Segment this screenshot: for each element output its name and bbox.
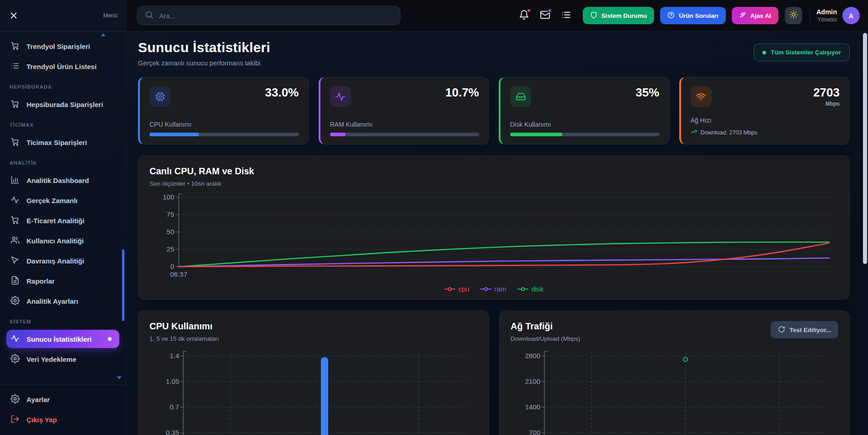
search-input[interactable] — [159, 12, 393, 20]
legend-item-cpu[interactable]: cpu — [444, 285, 469, 293]
svg-text:2100: 2100 — [525, 377, 540, 385]
legend-item-ram[interactable]: ram — [480, 285, 506, 293]
legend-label: cpu — [458, 285, 469, 293]
sidebar-item-analitik-ayarlar[interactable]: Analitik Ayarları — [6, 292, 119, 310]
stat-value-block: 35% — [635, 86, 659, 99]
stat-card-top: 10.7% — [330, 86, 479, 107]
r-n-sorular-button[interactable]: Ürün Soruları — [660, 7, 725, 24]
search-icon — [145, 11, 154, 21]
close-icon[interactable] — [5, 7, 22, 24]
sidebar-item-veri-yedekleme[interactable]: Veri Yedekleme — [6, 350, 119, 368]
network-panel-header: Ağ Trafiği Download/Upload (Mbps) Test E… — [511, 321, 838, 342]
sidebar-item-e-ticaret-analiti-i[interactable]: E-Ticaret Analitiği — [6, 211, 119, 230]
stat-unit: Mbps — [813, 101, 840, 107]
avatar[interactable]: A — [842, 7, 860, 24]
legend-item-disk[interactable]: disk — [517, 285, 544, 293]
speed-test-button[interactable]: Test Ediliyor... — [771, 321, 838, 338]
svg-text:50: 50 — [166, 228, 174, 236]
sidebar-item-label: E-Ticaret Analitiği — [27, 217, 85, 225]
sidebar-item-label: Analitik Ayarları — [27, 297, 78, 305]
users-icon — [11, 236, 20, 246]
activity-icon — [11, 195, 20, 206]
sidebar-item-analitik-dashboard[interactable]: Analitik Dashboard — [6, 171, 119, 189]
sidebar: Menü Trendyol SiparişleriTrendyol Ürün L… — [0, 0, 126, 435]
stat-card-a-h-z: 2703MbpsAğ HızıDownload: 2703 Mbps — [679, 77, 850, 145]
main-column: Sistem DurumuÜrün SorularıAjax AI Admin … — [126, 0, 868, 435]
sidebar-scroll-up-icon[interactable] — [101, 33, 106, 36]
list-button[interactable] — [558, 7, 575, 24]
stat-value: 2703 — [813, 86, 840, 99]
sidebar-item-label: Çıkış Yap — [27, 416, 57, 424]
page-title: Sunucu İstatistikleri — [138, 40, 270, 55]
sidebar-item-label: Hepsiburada Siparişleri — [27, 101, 103, 108]
main-scrollbar-thumb[interactable] — [863, 33, 867, 264]
stat-value: 10.7% — [445, 86, 479, 99]
sidebar-item-label: Trendyol Ürün Listesi — [27, 63, 96, 70]
network-scatter-chart: 2800210014007000 — [511, 348, 838, 435]
activity-icon — [11, 334, 20, 344]
list-icon — [11, 61, 20, 72]
mouse-pointer-icon — [11, 256, 20, 266]
stat-card-disk-kullan-m: 35%Disk Kullanımı — [499, 77, 670, 145]
wifi-icon — [691, 86, 712, 107]
network-panel: Ağ Trafiği Download/Upload (Mbps) Test E… — [499, 311, 850, 435]
theme-toggle-button[interactable] — [785, 7, 802, 24]
button-label: Sistem Durumu — [602, 12, 647, 19]
svg-text:0.35: 0.35 — [166, 429, 179, 435]
sidebar-item-hepsiburada-sipari-leri[interactable]: Hepsiburada Siparişleri — [6, 95, 119, 113]
gear-icon — [11, 394, 20, 405]
bell-button[interactable] — [516, 7, 533, 24]
app-root: Menü Trendyol SiparişleriTrendyol Ürün L… — [0, 0, 868, 435]
mail-button[interactable] — [537, 7, 554, 24]
sidebar-item-ger-ek-zamanl[interactable]: Gerçek Zamanlı — [6, 191, 119, 209]
stat-value-block: 10.7% — [445, 86, 479, 99]
content: Sunucu İstatistikleri Gerçek zamanlı sun… — [126, 32, 868, 435]
live-chart-legend: cpuramdisk — [149, 285, 838, 293]
sidebar-item-davran-analiti-i[interactable]: Davranış Analitiği — [6, 252, 119, 270]
stat-card-top: 2703Mbps — [691, 86, 840, 107]
stat-progress-track — [510, 133, 660, 136]
svg-text:1.4: 1.4 — [170, 352, 179, 360]
sidebar-section-si-stem: SİSTEM — [10, 319, 119, 324]
live-chart-title: Canlı CPU, RAM ve Disk — [149, 166, 838, 177]
stat-card-top: 33.0% — [149, 86, 299, 107]
sidebar-item-ticimax-sipari-leri[interactable]: Ticimax Siparişleri — [6, 133, 119, 151]
legend-marker-icon — [517, 286, 528, 292]
activity-icon — [330, 86, 351, 107]
stat-subtext-label: Download: 2703 Mbps — [701, 129, 757, 136]
sidebar-scroll-down-icon[interactable] — [117, 376, 122, 379]
speed-test-button-label: Test Ediliyor... — [789, 327, 831, 333]
sistem-durumu-button[interactable]: Sistem Durumu — [583, 7, 655, 24]
sun-icon — [789, 10, 798, 21]
sidebar-item-ayarlar[interactable]: Ayarlar — [6, 390, 119, 408]
search-box — [137, 6, 400, 25]
stat-label: Ağ Hızı — [691, 117, 840, 124]
sidebar-scrollbar-thumb[interactable] — [122, 249, 124, 321]
sidebar-item-kullan-c-analiti-i[interactable]: Kullanıcı Analitiği — [6, 231, 119, 250]
legend-marker-icon — [444, 286, 455, 292]
stat-label: Disk Kullanımı — [510, 121, 660, 128]
sidebar-item-k-yap[interactable]: Çıkış Yap — [6, 410, 119, 429]
ajax-ai-button[interactable]: Ajax AI — [732, 7, 778, 24]
sidebar-item-trendyol-r-n-listesi[interactable]: Trendyol Ürün Listesi — [6, 57, 119, 75]
status-badge-label: Tüm Sistemler Çalışıyor — [771, 49, 841, 56]
sidebar-item-sunucu-i-statistikleri[interactable]: Sunucu İstatistikleri — [6, 330, 119, 348]
sidebar-item-raporlar[interactable]: Raporlar — [6, 272, 119, 290]
trending-up-icon — [691, 129, 697, 136]
stat-value: 33.0% — [265, 86, 299, 99]
sidebar-nav: Trendyol SiparişleriTrendyol Ürün Listes… — [0, 32, 126, 384]
svg-text:0.7: 0.7 — [170, 403, 179, 411]
list-icon — [561, 10, 571, 22]
sidebar-item-label: Sunucu İstatistikleri — [27, 335, 92, 343]
svg-text:25: 25 — [166, 245, 174, 253]
stat-card-cpu-kullan-m: 33.0%CPU Kullanımı — [138, 77, 309, 145]
user-role: Yönetici — [816, 16, 837, 24]
button-label: Ajax AI — [751, 12, 771, 19]
sidebar-item-label: Gerçek Zamanlı — [27, 197, 78, 204]
cart-icon — [11, 99, 20, 110]
svg-text:0: 0 — [170, 263, 174, 270]
svg-text:100: 100 — [163, 193, 174, 201]
stat-progress-fill — [149, 133, 199, 136]
bar-chart-icon — [11, 175, 20, 186]
sidebar-item-trendyol-sipari-leri[interactable]: Trendyol Siparişleri — [6, 37, 119, 55]
